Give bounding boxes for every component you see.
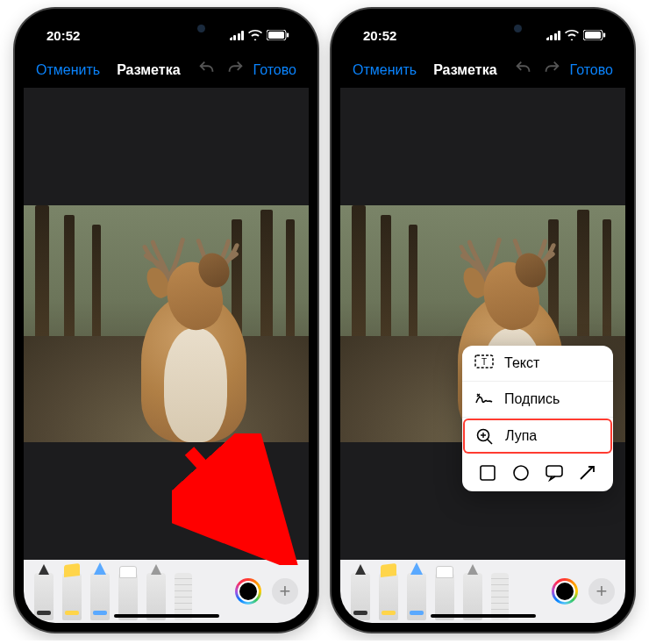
screen-left: 20:52 Отменить Разметка: [24, 18, 309, 623]
undo-icon[interactable]: [197, 59, 217, 82]
markup-toolbar: +: [340, 560, 625, 623]
color-picker-button[interactable]: [235, 578, 261, 605]
pencil-tool[interactable]: [407, 573, 426, 620]
svg-point-14: [514, 466, 528, 480]
nav-bar: Отменить Разметка Готово: [24, 53, 309, 88]
status-time: 20:52: [46, 28, 80, 43]
phone-left: 20:52 Отменить Разметка: [15, 9, 317, 632]
menu-item-text[interactable]: T Текст: [462, 346, 613, 382]
nav-bar: Отменить Разметка Готово: [340, 53, 625, 88]
photo: [24, 205, 309, 442]
add-menu-popup: T Текст Подпись Лупа: [462, 346, 613, 491]
shape-arrow-button[interactable]: [576, 463, 599, 483]
svg-rect-6: [603, 33, 605, 38]
menu-item-magnifier[interactable]: Лупа: [463, 419, 612, 454]
magnifier-icon: [475, 427, 495, 445]
svg-line-16: [581, 467, 593, 479]
text-icon: T: [474, 354, 494, 372]
pen-tool[interactable]: [351, 573, 370, 620]
notch: [96, 18, 237, 40]
pen-tool[interactable]: [34, 573, 53, 620]
notch: [413, 18, 553, 40]
markup-toolbar: +: [24, 560, 309, 623]
menu-item-signature[interactable]: Подпись: [462, 382, 613, 418]
ruler-tool[interactable]: [175, 573, 192, 620]
nav-title: Разметка: [117, 62, 180, 78]
cancel-button[interactable]: Отменить: [36, 62, 100, 78]
svg-line-3: [189, 451, 275, 546]
highlighter-tool[interactable]: [62, 573, 82, 620]
wifi-icon: [248, 30, 262, 40]
color-picker-button[interactable]: [552, 578, 578, 605]
battery-icon: [267, 30, 289, 40]
svg-rect-5: [585, 32, 601, 39]
done-button[interactable]: Готово: [570, 62, 613, 78]
menu-item-signature-label: Подпись: [504, 391, 560, 407]
screen-right: 20:52 Отменить Разметка: [340, 18, 625, 623]
add-button[interactable]: +: [588, 578, 615, 605]
svg-rect-15: [546, 466, 562, 476]
wifi-icon: [565, 30, 579, 40]
shape-circle-button[interactable]: [510, 463, 532, 483]
menu-shapes-row: [462, 454, 613, 491]
nav-title: Разметка: [433, 62, 496, 78]
svg-rect-13: [481, 466, 495, 480]
eraser-tool[interactable]: [118, 573, 138, 620]
canvas-area[interactable]: T Текст Подпись Лупа: [340, 88, 625, 560]
shape-speech-button[interactable]: [543, 463, 566, 483]
lasso-tool[interactable]: [146, 573, 166, 620]
shape-square-button[interactable]: [476, 463, 499, 483]
add-button[interactable]: +: [272, 578, 298, 605]
svg-rect-1: [268, 32, 284, 39]
ruler-tool[interactable]: [491, 573, 509, 620]
canvas-area[interactable]: [24, 88, 309, 560]
highlighter-tool[interactable]: [379, 573, 398, 620]
lasso-tool[interactable]: [463, 573, 482, 620]
svg-line-10: [488, 440, 492, 444]
redo-icon[interactable]: [225, 59, 245, 82]
redo-icon[interactable]: [542, 59, 561, 82]
done-button[interactable]: Готово: [253, 62, 296, 78]
home-indicator[interactable]: [114, 614, 219, 618]
phone-right: 20:52 Отменить Разметка: [332, 9, 634, 632]
svg-text:T: T: [481, 357, 487, 367]
cancel-button[interactable]: Отменить: [353, 62, 417, 78]
menu-item-text-label: Текст: [504, 355, 539, 371]
undo-icon[interactable]: [514, 59, 533, 82]
home-indicator[interactable]: [431, 614, 536, 618]
pencil-tool[interactable]: [90, 573, 110, 620]
signature-icon: [474, 390, 494, 408]
eraser-tool[interactable]: [435, 573, 454, 620]
menu-item-magnifier-label: Лупа: [505, 428, 537, 444]
battery-icon: [583, 30, 606, 40]
svg-rect-2: [287, 33, 289, 38]
status-time: 20:52: [363, 28, 396, 43]
annotation-arrow-icon: [172, 433, 303, 565]
